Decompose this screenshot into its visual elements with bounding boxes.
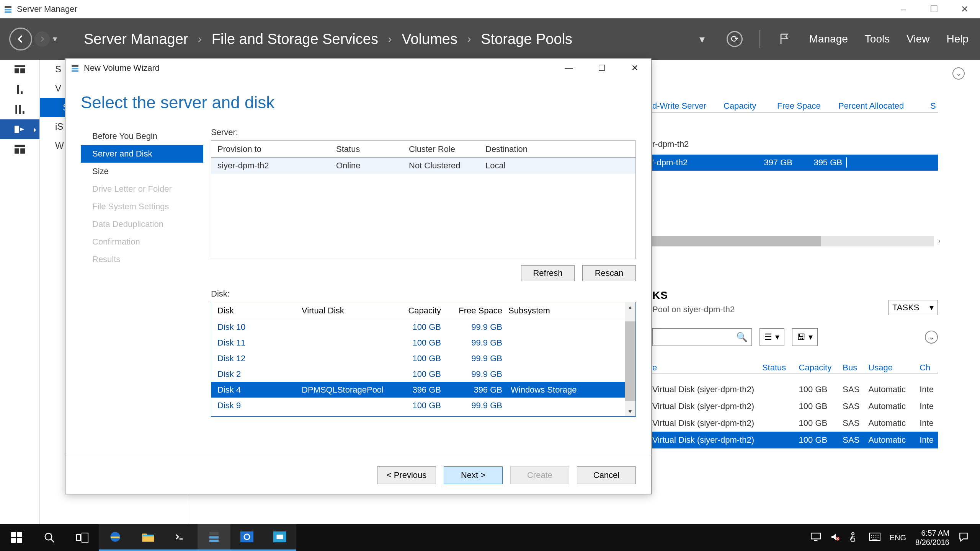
chevron-down-icon: ▾ <box>808 332 813 342</box>
scroll-right-icon[interactable]: › <box>934 236 945 246</box>
column-header[interactable]: e <box>652 363 762 373</box>
step-size[interactable]: Size <box>81 163 203 180</box>
close-button[interactable]: ✕ <box>949 0 980 18</box>
tray-keyboard-icon[interactable] <box>869 533 880 543</box>
vd-row[interactable]: Virtual Disk (siyer-dpm-th2) 100 GB SAS … <box>652 381 938 398</box>
disk-row[interactable]: Disk 12100 GB99.9 GB <box>211 350 625 366</box>
step-before-you-begin[interactable]: Before You Begin <box>81 127 203 145</box>
column-header[interactable]: Free Space <box>441 306 502 316</box>
column-header[interactable]: Usage <box>868 363 920 373</box>
column-header[interactable]: d-Write Server <box>652 101 716 112</box>
scrollbar-thumb[interactable] <box>625 321 635 401</box>
column-header[interactable]: Ch <box>920 363 938 373</box>
horizontal-scrollbar[interactable]: › <box>652 236 934 246</box>
column-header[interactable]: Destination <box>479 144 635 154</box>
tray-action-center-icon[interactable] <box>959 532 969 544</box>
column-header[interactable]: S <box>930 101 938 112</box>
task-view-button[interactable] <box>66 524 99 551</box>
menu-manage[interactable]: Manage <box>809 33 848 45</box>
disk-row[interactable]: Disk 11100 GB99.9 GB <box>211 335 625 350</box>
column-header[interactable]: Subsystem <box>502 306 635 316</box>
refresh-button[interactable]: Refresh <box>521 265 575 281</box>
previous-button[interactable]: < Previous <box>377 466 436 484</box>
server-grid[interactable]: Provision to Status Cluster Role Destina… <box>211 140 636 259</box>
disk-grid[interactable]: Disk Virtual Disk Capacity Free Space Su… <box>211 302 636 417</box>
column-header[interactable]: Provision to <box>211 144 330 154</box>
tray-screen-icon[interactable] <box>811 533 821 543</box>
cancel-button[interactable]: Cancel <box>577 466 636 484</box>
vertical-scrollbar[interactable]: ▲ ▼ <box>625 302 635 416</box>
vd-row[interactable]: Virtual Disk (siyer-dpm-th2) 100 GB SAS … <box>652 398 938 415</box>
column-header[interactable]: Capacity <box>799 363 843 373</box>
tray-volume-icon[interactable] <box>830 532 840 543</box>
wizard-maximize-button[interactable]: ☐ <box>585 59 618 78</box>
breadcrumb-item[interactable]: Volumes <box>402 31 457 47</box>
nav-forward-button[interactable] <box>34 31 50 47</box>
pool-row[interactable]: '-dpm-th2 397 GB 395 GB <box>652 155 938 171</box>
rail-file-storage[interactable] <box>0 119 39 139</box>
rescan-button[interactable]: Rescan <box>582 265 636 281</box>
filter-search[interactable]: 🔍 <box>652 328 752 346</box>
column-header[interactable]: Percent Allocated <box>838 101 923 112</box>
rail-dashboard[interactable] <box>0 60 39 80</box>
taskbar-app[interactable] <box>230 524 263 551</box>
column-header[interactable]: Status <box>330 144 403 154</box>
svg-point-28 <box>852 533 854 535</box>
wizard-minimize-button[interactable]: — <box>552 59 585 78</box>
breadcrumb-current[interactable]: Storage Pools <box>481 31 572 47</box>
filter-chip[interactable]: 🖫▾ <box>792 328 818 346</box>
drop-icon[interactable]: ▾ <box>694 31 710 47</box>
disk-capacity: 100 GB <box>387 354 441 364</box>
menu-view[interactable]: View <box>906 33 929 45</box>
tray-clock[interactable]: 6:57 AM 8/26/2016 <box>915 528 949 547</box>
column-header[interactable]: Bus <box>843 363 868 373</box>
taskbar-ie[interactable] <box>99 524 132 551</box>
column-header[interactable]: Capacity <box>724 101 769 112</box>
breadcrumb-item[interactable]: File and Storage Services <box>212 31 378 47</box>
column-header[interactable]: Capacity <box>387 306 441 316</box>
disk-row[interactable]: Disk 9100 GB99.9 GB <box>211 398 625 413</box>
column-header[interactable]: Virtual Disk <box>296 306 387 316</box>
server-row[interactable]: siyer-dpm-th2 Online Not Clustered Local <box>211 158 635 174</box>
maximize-button[interactable]: ☐ <box>919 0 949 18</box>
filter-chip[interactable]: ☰▾ <box>760 328 784 346</box>
refresh-icon[interactable]: ⟳ <box>727 31 743 47</box>
disk-row[interactable]: Disk 2100 GB99.9 GB <box>211 366 625 382</box>
column-header[interactable]: Status <box>762 363 799 373</box>
scroll-up-icon[interactable]: ▲ <box>625 302 635 312</box>
flag-icon[interactable] <box>777 31 792 47</box>
taskbar-server-manager[interactable] <box>198 524 230 551</box>
disk-row[interactable]: Disk 10100 GB99.9 GB <box>211 319 625 335</box>
next-button[interactable]: Next > <box>444 466 503 484</box>
rail-item[interactable] <box>0 139 39 159</box>
rail-all-servers[interactable] <box>0 99 39 119</box>
tasks-dropdown[interactable]: TASKS▾ <box>888 300 938 315</box>
vd-row[interactable]: Virtual Disk (siyer-dpm-th2) 100 GB SAS … <box>652 415 938 432</box>
column-header[interactable]: Cluster Role <box>403 144 479 154</box>
vd-row[interactable]: Virtual Disk (siyer-dpm-th2) 100 GB SAS … <box>652 432 938 448</box>
rail-local-server[interactable] <box>0 80 39 99</box>
taskbar-app[interactable] <box>263 524 296 551</box>
nav-history-dropdown[interactable]: ▾ <box>53 34 57 44</box>
tray-language[interactable]: ENG <box>890 533 906 542</box>
menu-help[interactable]: Help <box>946 33 969 45</box>
column-header[interactable]: Free Space <box>777 101 831 112</box>
disk-capacity: 100 GB <box>387 322 441 332</box>
minimize-button[interactable]: – <box>888 0 919 18</box>
start-button[interactable] <box>0 524 33 551</box>
taskbar-explorer[interactable] <box>132 524 165 551</box>
panel-collapse-icon[interactable]: ⌄ <box>952 67 965 80</box>
column-header[interactable]: Disk <box>211 306 296 316</box>
disk-row[interactable]: Disk 4DPMSQLStoragePool396 GB396 GBWindo… <box>211 382 625 398</box>
wizard-close-button[interactable]: ✕ <box>618 59 651 78</box>
taskbar-cmd[interactable] <box>165 524 198 551</box>
scroll-down-icon[interactable]: ▼ <box>625 406 635 416</box>
tray-accessibility-icon[interactable] <box>849 531 860 544</box>
search-button[interactable] <box>33 524 66 551</box>
nav-back-button[interactable] <box>9 28 32 51</box>
breadcrumb-root[interactable]: Server Manager <box>84 31 188 47</box>
expand-icon[interactable]: ⌄ <box>925 331 938 344</box>
step-server-and-disk[interactable]: Server and Disk <box>81 145 203 163</box>
scrollbar-thumb[interactable] <box>652 236 821 246</box>
menu-tools[interactable]: Tools <box>865 33 890 45</box>
